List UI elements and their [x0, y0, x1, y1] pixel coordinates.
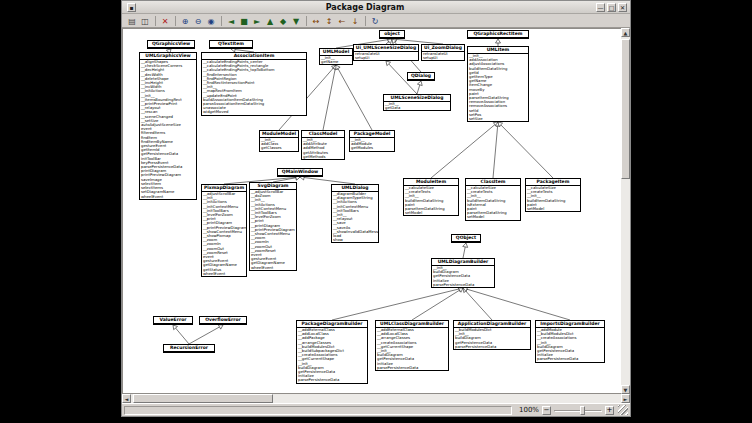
scroll-up-button[interactable]: ▲	[621, 28, 630, 37]
scroll-down-button[interactable]: ▼	[621, 385, 630, 394]
class-box-PackageItem[interactable]: PackageItem__calculateSize__createTexts_…	[525, 178, 581, 212]
class-method-list: __calculateEndingPoints_center__calculat…	[202, 60, 306, 115]
method-label: parsePersistenceData	[536, 357, 604, 361]
class-name-label: ClassModel	[302, 131, 344, 138]
class-box-QObject[interactable]: QObject	[451, 234, 481, 243]
scroll-left-button[interactable]: ◄	[122, 394, 131, 403]
method-label: getClasses	[260, 146, 298, 150]
title-bar[interactable]: ▪ Package Diagram — □ ✕	[122, 1, 630, 14]
align-vcenter-icon[interactable]: ◆	[277, 15, 289, 27]
window-resize-grip[interactable]	[618, 405, 628, 415]
scroll-right-button[interactable]: ►	[621, 394, 630, 403]
align-right-icon[interactable]: ►	[251, 15, 263, 27]
method-label: wheelEvent	[140, 195, 196, 199]
class-box-QDialog[interactable]: QDialog	[407, 72, 435, 81]
class-box-RecursionError[interactable]: RecursionError	[163, 344, 215, 353]
zoom-out-icon[interactable]: ⊖	[192, 15, 204, 27]
class-box-Ui_UMLSceneSizeDialog[interactable]: Ui_UMLSceneSizeDialogretranslateUisetupU…	[353, 44, 419, 61]
zoom-slider-handle[interactable]	[580, 406, 585, 415]
class-box-PackageDiagramBuilder[interactable]: PackageDiagramBuilder__addExternalClass_…	[296, 320, 368, 384]
class-box-ModuleItem[interactable]: ModuleItem__calculateSize__createTexts__…	[403, 178, 459, 216]
class-name-label: RecursionError	[164, 345, 214, 352]
class-box-QMainWindow[interactable]: QMainWindow	[277, 168, 323, 177]
print-icon[interactable]: ▤	[126, 15, 138, 27]
class-box-SvgDiagram[interactable]: SvgDiagram__adjustScrollBar__doZoom__ini…	[249, 182, 297, 271]
class-box-PixmapDiagram[interactable]: PixmapDiagram__adjustScrollBar__init____…	[201, 184, 247, 277]
class-method-list: __buildModulesDict__init__buildDiagramge…	[454, 328, 530, 349]
vertical-scrollbar[interactable]: ▲ ▼	[621, 28, 630, 394]
horizontal-scrollbar[interactable]: ◄ ►	[122, 394, 630, 403]
increase-width-icon[interactable]: ↔	[310, 15, 322, 27]
align-left-icon[interactable]: ◄	[225, 15, 237, 27]
relayout-icon[interactable]: ↻	[369, 15, 381, 27]
inheritance-edge-line	[189, 327, 220, 344]
window-menu-button[interactable]: ▪	[127, 3, 136, 12]
maximize-button[interactable]: □	[607, 3, 616, 12]
class-name-label: ApplicationDiagramBuilder	[454, 321, 530, 328]
class-box-UMLGraphicsView[interactable]: UMLGraphicsView__alignShapes__checkScene…	[139, 52, 197, 200]
horizontal-scroll-track[interactable]	[131, 394, 621, 403]
inheritance-edge-line	[467, 289, 570, 320]
zoom-slider[interactable]	[554, 406, 602, 415]
class-box-ImportsDiagramBuilder[interactable]: ImportsDiagramBuilder__addModule__buildM…	[535, 320, 605, 363]
diagram-canvas[interactable]: QGraphicsViewQTextItemobjectQGraphicsRec…	[122, 28, 621, 394]
class-box-AssociationItem[interactable]: AssociationItem__calculateEndingPoints_c…	[201, 52, 307, 116]
toolbar-separator	[306, 16, 307, 26]
class-box-QTextItem[interactable]: QTextItem	[209, 40, 253, 49]
class-name-label: PackageItem	[526, 179, 580, 186]
zoom-slider-track[interactable]	[554, 410, 602, 412]
vertical-scroll-track[interactable]	[621, 37, 630, 385]
horizontal-scroll-thumb[interactable]	[133, 394, 273, 403]
class-box-UMLClassDiagramBuilder[interactable]: UMLClassDiagramBuilder__addExternalClass…	[375, 320, 449, 371]
window-title: Package Diagram	[136, 3, 594, 12]
class-box-ValueError[interactable]: ValueError	[153, 316, 193, 325]
toolbar: ▤◫✕⊕⊖◉◄■►▲◆▼↔↕←↓↻	[122, 14, 630, 28]
align-hcenter-icon[interactable]: ■	[238, 15, 250, 27]
class-box-UMLSceneSizeDialog[interactable]: UMLSceneSizeDialog__init__getData	[383, 94, 451, 111]
inheritance-edge-line	[417, 85, 420, 94]
class-name-label: object	[380, 31, 404, 38]
align-bottom-icon[interactable]: ▼	[290, 15, 302, 27]
class-name-label: ClassItem	[466, 179, 520, 186]
class-box-OverflowError[interactable]: OverflowError	[199, 316, 247, 325]
class-box-Ui_ZoomDialog[interactable]: Ui_ZoomDialogretranslateUisetupUi	[421, 44, 465, 61]
zoom-out-button[interactable]: −	[542, 406, 551, 415]
inheritance-edge-line	[332, 289, 459, 320]
decrease-width-icon[interactable]: ←	[336, 15, 348, 27]
class-box-UMLModel[interactable]: UMLModel__init__getName	[319, 48, 353, 65]
class-method-list: __init__buildDiagramgetPersistenceDatain…	[432, 266, 494, 287]
class-box-ClassModel[interactable]: ClassModel__init__addAttributeaddMethodg…	[301, 130, 345, 160]
class-method-list: __addExternalClass__addLocalClass__addPa…	[297, 328, 367, 383]
class-box-object[interactable]: object	[379, 30, 405, 39]
zoom-in-icon[interactable]: ⊕	[179, 15, 191, 27]
class-box-QGraphicsView[interactable]: QGraphicsView	[147, 40, 195, 49]
class-method-list: retranslateUisetupUi	[354, 52, 418, 60]
class-box-PackageModel[interactable]: PackageModel__init__addModulegetModules	[349, 130, 395, 152]
class-box-UMLDialog[interactable]: UMLDialog__diagramBuilder__diagramTypeSt…	[331, 184, 379, 243]
class-method-list: __addExternalClass__addLocalClass__arran…	[376, 328, 448, 370]
vertical-scroll-thumb[interactable]	[621, 39, 630, 179]
class-name-label: SvgDiagram	[250, 183, 296, 190]
zoom-in-button[interactable]: +	[605, 406, 614, 415]
class-box-ApplicationDiagramBuilder[interactable]: ApplicationDiagramBuilder__buildModulesD…	[453, 320, 531, 350]
close-icon[interactable]: ✕	[159, 15, 171, 27]
class-box-QGraphicsRectItem[interactable]: QGraphicsRectItem	[467, 30, 529, 39]
align-top-icon[interactable]: ▲	[264, 15, 276, 27]
print-preview-icon[interactable]: ◫	[139, 15, 151, 27]
decrease-height-icon[interactable]: ↓	[349, 15, 361, 27]
close-button[interactable]: ✕	[618, 3, 627, 12]
zoom-reset-icon[interactable]: ◉	[205, 15, 217, 27]
class-name-label: QObject	[452, 235, 480, 242]
class-box-ModuleModel[interactable]: ModuleModel__init__addClassgetClasses	[259, 130, 299, 152]
minimize-button[interactable]: —	[596, 3, 605, 12]
class-box-UMLDiagramBuilder[interactable]: UMLDiagramBuilder__init__buildDiagramget…	[431, 258, 495, 288]
class-name-label: UMLClassDiagramBuilder	[376, 321, 448, 328]
class-method-list: __adjustScrollBar__doZoom__init____initA…	[250, 190, 296, 270]
class-name-label: ModuleItem	[404, 179, 458, 186]
class-box-UMLItem[interactable]: UMLItem__init__addAssociationadjustAssoc…	[467, 46, 529, 122]
inheritance-edge-line	[431, 125, 495, 178]
class-name-label: UMLSceneSizeDialog	[384, 95, 450, 102]
inheritance-edge-line	[493, 126, 498, 178]
increase-height-icon[interactable]: ↕	[323, 15, 335, 27]
class-box-ClassItem[interactable]: ClassItem__calculateSize__createTexts__i…	[465, 178, 521, 221]
